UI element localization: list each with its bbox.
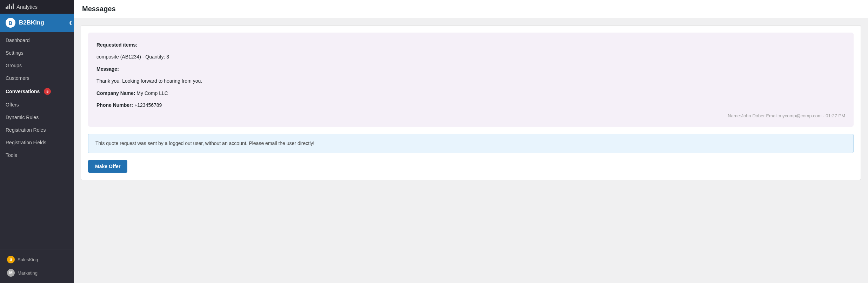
sidebar-item-groups[interactable]: Groups (0, 59, 74, 72)
message-label: Message: (96, 65, 845, 73)
registration-roles-label: Registration Roles (6, 127, 46, 133)
company-value: My Comp LLC (136, 90, 168, 96)
sidebar-item-dashboard[interactable]: Dashboard (0, 34, 74, 47)
phone-label: Phone Number: (96, 102, 133, 108)
sidebar-item-conversations[interactable]: Conversations 5 (0, 84, 74, 98)
sidebar-item-registration-fields[interactable]: Registration Fields (0, 136, 74, 149)
make-offer-button[interactable]: Make Offer (88, 160, 127, 173)
registration-fields-label: Registration Fields (6, 140, 46, 145)
offers-label: Offers (6, 102, 19, 108)
marketing-label: Marketing (18, 270, 38, 276)
sidebar-item-registration-roles[interactable]: Registration Roles (0, 124, 74, 136)
tools-label: Tools (6, 152, 17, 158)
sidebar-bottom: S SalesKing M Marketing (0, 249, 74, 283)
groups-label: Groups (6, 63, 22, 68)
sidebar-item-offers[interactable]: Offers (0, 98, 74, 111)
dashboard-label: Dashboard (6, 37, 30, 43)
message-bubble: Requested items: composite (AB1234) - Qu… (88, 33, 854, 127)
salesking-icon: S (7, 256, 15, 263)
company-info: Company Name: My Comp LLC (96, 89, 845, 97)
analytics-icon (6, 4, 14, 10)
phone-info: Phone Number: +123456789 (96, 101, 845, 109)
settings-label: Settings (6, 50, 24, 56)
sidebar-collapse-button[interactable]: ❮ (67, 18, 74, 28)
marketing-icon: M (7, 269, 15, 277)
main-content: Messages Requested items: composite (AB1… (74, 0, 868, 283)
info-box: This quote request was sent by a logged … (88, 134, 854, 153)
conversations-label: Conversations (6, 89, 40, 94)
customers-label: Customers (6, 75, 29, 81)
message-card: Requested items: composite (AB1234) - Qu… (81, 25, 861, 180)
brand-logo: B (6, 18, 15, 28)
company-label: Company Name: (96, 90, 135, 96)
brand-header: B B2BKing ❮ (0, 14, 74, 32)
message-meta: Name:John Dober Email:mycomp@comp.com - … (96, 113, 845, 118)
requested-items-value: composite (AB1234) - Quantity: 3 (96, 53, 845, 61)
analytics-label: Analytics (16, 4, 38, 10)
sidebar-item-tools[interactable]: Tools (0, 149, 74, 161)
sidebar-item-marketing[interactable]: M Marketing (0, 266, 74, 279)
message-value: Thank you. Looking forward to hearing fr… (96, 77, 845, 85)
sidebar-item-customers[interactable]: Customers (0, 72, 74, 84)
sidebar-analytics-item[interactable]: Analytics (0, 0, 74, 14)
requested-items-label: Requested items: (96, 41, 845, 49)
sidebar-item-salesking[interactable]: S SalesKing (0, 253, 74, 266)
sidebar-menu: Dashboard Settings Groups Customers Conv… (0, 32, 74, 249)
sidebar: Analytics B B2BKing ❮ Dashboard Settings… (0, 0, 74, 283)
sidebar-item-settings[interactable]: Settings (0, 47, 74, 59)
page-header: Messages (74, 0, 868, 18)
phone-value: +123456789 (134, 102, 162, 108)
salesking-label: SalesKing (18, 257, 38, 262)
sidebar-item-dynamic-rules[interactable]: Dynamic Rules (0, 111, 74, 124)
brand-name: B2BKing (19, 19, 44, 26)
page-title: Messages (82, 5, 860, 13)
dynamic-rules-label: Dynamic Rules (6, 115, 39, 120)
conversations-badge: 5 (44, 88, 51, 95)
